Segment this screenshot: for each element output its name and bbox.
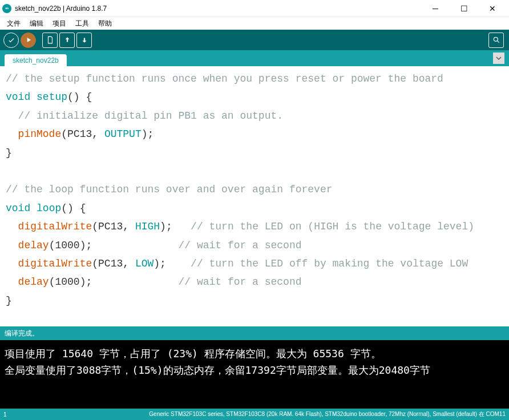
titlebar: ∞ sketch_nov22b | Arduino 1.8.7 ─ ☐ ✕ <box>0 0 509 17</box>
menu-help[interactable]: 帮助 <box>95 18 115 30</box>
window-controls: ─ ☐ ✕ <box>427 2 507 15</box>
minimize-button[interactable]: ─ <box>427 2 444 15</box>
upload-button[interactable] <box>21 33 36 48</box>
tab-sketch[interactable]: sketch_nov22b <box>5 54 67 66</box>
code-comment: // wait for a second <box>178 276 301 288</box>
arrow-down-icon <box>80 36 88 44</box>
code-comment: // turn the LED on (HIGH is the voltage … <box>191 221 474 232</box>
console-line: 全局变量使用了3088字节，(15%)的动态内存，余留17392字节局部变量。最… <box>5 362 504 379</box>
svg-line-1 <box>497 41 499 43</box>
code-comment: // the loop function runs over and over … <box>6 184 333 195</box>
code-editor[interactable]: // the setup function runs once when you… <box>0 66 509 326</box>
code-comment: // turn the LED off by making the voltag… <box>191 258 468 269</box>
serial-monitor-button[interactable] <box>488 33 504 48</box>
menu-tools[interactable]: 工具 <box>72 18 92 30</box>
tabbar: sketch_nov22b <box>0 50 509 66</box>
open-button[interactable] <box>59 33 75 48</box>
new-button[interactable] <box>42 33 58 48</box>
file-icon <box>46 36 54 44</box>
menu-file[interactable]: 文件 <box>3 18 24 30</box>
code-function: delay <box>18 240 49 251</box>
svg-point-0 <box>494 37 498 41</box>
window-title: sketch_nov22b | Arduino 1.8.7 <box>15 5 427 13</box>
code-comment: // the setup function runs once when you… <box>6 73 443 84</box>
footer-bar: 1 Generic STM32F103C series, STM32F103C8… <box>0 409 509 420</box>
tab-menu-button[interactable] <box>493 52 504 64</box>
menu-sketch[interactable]: 项目 <box>49 18 70 30</box>
arduino-logo-icon: ∞ <box>2 4 11 13</box>
code-keyword: setup <box>37 91 67 103</box>
code-constant: OUTPUT <box>104 128 142 140</box>
arrow-right-icon <box>25 36 33 44</box>
arrow-up-icon <box>63 36 71 44</box>
code-function: digitalWrite <box>18 258 92 269</box>
menu-edit[interactable]: 编辑 <box>26 18 47 30</box>
maximize-button[interactable]: ☐ <box>455 2 472 15</box>
save-button[interactable] <box>76 33 92 48</box>
code-constant: LOW <box>135 258 153 269</box>
code-function: delay <box>18 276 49 288</box>
console-output[interactable]: 项目使用了 15640 字节，占用了 (23%) 程序存储空间。最大为 6553… <box>0 340 509 409</box>
menubar: 文件 编辑 项目 工具 帮助 <box>0 17 509 30</box>
line-number: 1 <box>3 411 7 418</box>
code-function: digitalWrite <box>18 221 92 232</box>
code-comment: // wait for a second <box>178 240 301 251</box>
code-keyword: loop <box>37 203 61 214</box>
code-keyword: void <box>6 91 30 103</box>
code-keyword: void <box>6 203 30 214</box>
check-icon <box>7 36 15 44</box>
chevron-down-icon <box>496 55 502 61</box>
status-text: 编译完成。 <box>5 329 39 338</box>
console-line: 项目使用了 15640 字节，占用了 (23%) 程序存储空间。最大为 6553… <box>5 346 504 362</box>
code-constant: HIGH <box>135 221 160 232</box>
code-comment: // initialize digital pin PB1 as an outp… <box>6 110 283 122</box>
code-function: pinMode <box>18 128 62 140</box>
board-info: Generic STM32F103C series, STM32F103C8 (… <box>149 410 506 418</box>
status-bar: 编译完成。 <box>0 326 509 340</box>
code-text: () { <box>67 91 92 103</box>
magnifier-icon <box>492 36 500 44</box>
close-button[interactable]: ✕ <box>484 2 501 15</box>
toolbar <box>0 30 509 50</box>
verify-button[interactable] <box>3 33 19 48</box>
